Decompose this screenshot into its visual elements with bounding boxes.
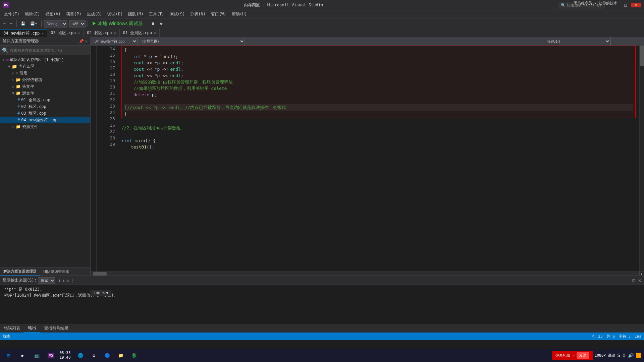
toolbar-redo[interactable]: ↪ (8, 21, 15, 26)
taskbar-app3[interactable]: 📁 (115, 349, 127, 361)
sidebar-tab-team[interactable]: 团队资源管理器 (40, 268, 72, 276)
tab-find-symbols[interactable]: 查找符号结果 (40, 324, 72, 333)
tray-network[interactable]: 📶 (636, 353, 641, 358)
output-word-wrap[interactable]: ≡ (66, 278, 69, 283)
status-mode: Ins (635, 334, 641, 339)
tab-new-operator-close[interactable]: ✕ (42, 32, 44, 35)
taskbar-app4[interactable]: 🐉 (128, 349, 140, 361)
tab-error-list[interactable]: 错误列表 (0, 324, 24, 333)
sidebar-item-new-cpp[interactable]: # 04 new操作符.cpp (0, 117, 90, 123)
horizontal-scrollbar[interactable]: ▶ (91, 272, 644, 276)
tab-heap[interactable]: 03 堆区.cpp ✕ (47, 29, 84, 37)
output-pin-btn[interactable]: ↕ (62, 278, 65, 283)
task-btn-1[interactable]: ▶ (17, 349, 29, 361)
tab-stack[interactable]: 02 栈区.cpp ✕ (84, 29, 120, 37)
code-line-21: delete p; (124, 92, 633, 98)
close-button[interactable]: ✕ (631, 3, 641, 7)
sidebar-item-global-cpp[interactable]: # 01 全局区.cpp (0, 97, 90, 103)
maximize-button[interactable]: □ (621, 3, 631, 7)
code-line-26: //2、在堆区利用new开辟数组 (121, 125, 636, 131)
menu-view[interactable]: 视图(V) (43, 10, 63, 18)
menu-build[interactable]: 生成(B) (84, 10, 105, 18)
sidebar-item-headers[interactable]: ▷ 📁 头文件 (0, 83, 90, 90)
sidebar-item-sources[interactable]: ▼ 📁 源文件 (0, 90, 90, 97)
sidebar-close[interactable]: ✕ (85, 39, 88, 44)
tab-new-operator-label: 04 new操作符.cpp (3, 31, 40, 36)
toolbar-save[interactable]: 💾 (19, 21, 28, 26)
task-vs[interactable]: VS (45, 349, 57, 361)
menu-project[interactable]: 项目(P) (63, 10, 84, 18)
scroll-thumb[interactable] (640, 46, 644, 66)
sidebar-item-resources[interactable]: ▷ 📁 资源文件 (0, 123, 90, 130)
sidebar-tab-solution[interactable]: 解决方案资源管理器 (0, 268, 40, 276)
menu-test[interactable]: 测试(S) (167, 10, 188, 18)
platform-dropdown[interactable]: x86 x64 (69, 20, 86, 27)
menu-edit[interactable]: 编辑(E) (22, 10, 43, 18)
menu-team[interactable]: 团队(M) (125, 10, 146, 18)
toolbar-breakpoint[interactable]: ⏹ (149, 21, 157, 26)
status-char: 字符 3 (619, 334, 631, 339)
scroll-right-btn[interactable]: ▶ (639, 272, 644, 276)
tab-stack-close[interactable]: ✕ (114, 31, 116, 35)
sidebar-item-solution[interactable]: ▷ ■ 解决方案'内存四区'(1 个项目) (0, 56, 90, 63)
sidebar-item-stack-cpp[interactable]: # 02 栈区.cpp (0, 103, 90, 110)
tab-global-close[interactable]: ✕ (154, 31, 156, 35)
code-editor[interactable]: { int * p = func (); (118, 46, 639, 272)
sidebar-headers-label: 头文件 (22, 84, 34, 89)
menu-debug[interactable]: 调试(D) (105, 10, 125, 18)
tab-output[interactable]: 输出 (24, 324, 40, 333)
menu-window[interactable]: 窗口(W) (208, 10, 229, 18)
output-source-dropdown[interactable]: 调试 (38, 277, 55, 284)
sidebar-tree: ▷ ■ 解决方案'内存四区'(1 个项目) ▼ 📁 内存四区 ▷ ⊞ 引用 (0, 55, 90, 267)
tab-new-operator[interactable]: 04 new操作符.cpp ✕ (0, 29, 47, 37)
code-line-22 (124, 98, 633, 104)
taskbar-browser[interactable]: 🌐 (74, 349, 87, 361)
send-button[interactable]: 发送 (577, 352, 589, 359)
status-right: 行 23 列 6 字符 3 Ins (592, 334, 641, 339)
debug-config-dropdown[interactable]: Debug Release (44, 20, 67, 27)
broadcast-bar[interactable]: 弹幕礼仪 > 发送 (552, 351, 593, 360)
toolbar: ↩ ↪ 💾 💾+ Debug Release x86 x64 ▶ 本地 Wind… (0, 18, 644, 29)
status-ready: 就绪 (3, 334, 10, 339)
sidebar-item-external-deps[interactable]: ▷ 📂 外部依赖项 (0, 76, 90, 83)
line-numbers: 14 15 16 17 18 19 20 21 22 23 24 25 26 2… (101, 46, 118, 272)
toolbar-step-over[interactable]: ⏭ (158, 21, 165, 26)
menubar: 文件(F) 编辑(E) 视图(V) 项目(P) 生成(B) 调试(D) 团队(M… (0, 10, 644, 18)
output-float-btn[interactable]: ⊡ (632, 277, 636, 284)
sidebar-item-references[interactable]: ▷ ⊞ 引用 (0, 70, 90, 76)
start-button[interactable]: ⊞ (3, 349, 15, 361)
sidebar-pin[interactable]: 📌 (79, 39, 84, 44)
output-clear-btn[interactable]: ⬆ (58, 278, 61, 283)
editor-scrollbar[interactable] (639, 46, 644, 272)
breakpoint-margin (91, 46, 97, 272)
sidebar-bottom-tabs: 解决方案资源管理器 团队资源管理器 (0, 267, 90, 276)
sidebar-external-label: 外部依赖项 (22, 77, 42, 83)
taskbar-app1[interactable]: ⚙ (88, 349, 100, 361)
lang-indicator: 英 (622, 353, 626, 358)
menu-analyze[interactable]: 分析(N) (187, 10, 208, 18)
run-button[interactable]: ▶ 本地 Windows 调试器 (90, 21, 145, 27)
symbol-dropdown[interactable]: test01() (543, 37, 610, 46)
output-panel: 显示输出来源(S): 调试 ⬆ ↕ ≡ ⋮ ⊡ ✕ **p** 是 0x8123… (0, 276, 644, 333)
toolbar-sep2 (41, 20, 42, 27)
output-more[interactable]: ⋮ (70, 278, 75, 283)
toolbar-undo[interactable]: ↩ (1, 21, 8, 26)
toolbar-saveall[interactable]: 💾+ (28, 21, 39, 26)
file-scope-dropdown[interactable]: 04 new操作符.cpp (91, 37, 138, 46)
sidebar-search-input[interactable] (10, 48, 88, 52)
tab-heap-close[interactable]: ✕ (78, 31, 80, 35)
output-close-btn[interactable]: ✕ (638, 277, 641, 284)
menu-tools[interactable]: 工具(T) (146, 10, 167, 18)
sidebar-item-heap-cpp[interactable]: # 03 堆区.cpp (0, 110, 90, 117)
tray-csdn[interactable]: S (618, 353, 620, 358)
task-btn-2[interactable]: 📺 (31, 349, 43, 361)
tab-global[interactable]: 01 全局区.cpp ✕ (120, 29, 160, 37)
scope-dropdown[interactable]: (全局范围) (138, 37, 245, 46)
menu-file[interactable]: 文件(F) (1, 10, 22, 18)
sidebar-item-project[interactable]: ▼ 📁 内存四区 (0, 63, 90, 70)
h-scroll-thumb[interactable] (93, 272, 107, 276)
tray-speaker[interactable]: 🔊 (628, 353, 634, 358)
sidebar-search-icon: 🔍 (2, 47, 9, 54)
menu-help[interactable]: 帮助(H) (229, 10, 250, 18)
taskbar-app2[interactable]: 🔵 (101, 349, 113, 361)
